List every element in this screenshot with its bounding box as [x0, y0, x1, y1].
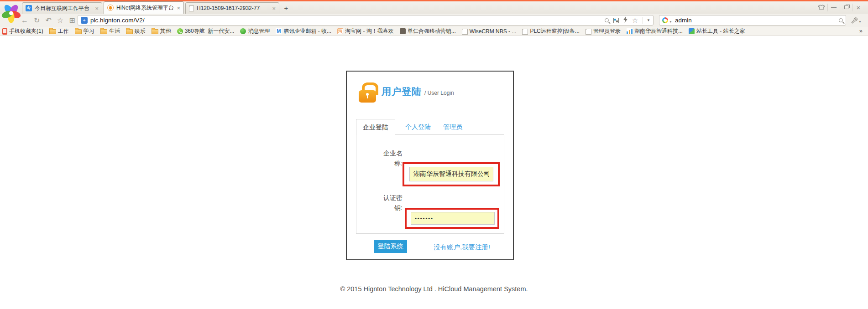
login-subtitle: / User Login	[424, 90, 454, 96]
restore-button[interactable]	[840, 4, 852, 11]
login-submit-button[interactable]: 登陆系统	[374, 240, 407, 253]
tab-personal-login[interactable]: 个人登陆	[403, 119, 433, 134]
browser-nav-bar: ← ↻ ↶ ☆ ⊞ + plc.hignton.com/V2/ ☆ ▼ ▼ ad…	[0, 14, 868, 27]
page-icon	[462, 29, 468, 35]
page-icon	[189, 5, 194, 11]
folder-icon	[49, 29, 56, 34]
taobao-icon: 淘	[337, 28, 343, 34]
auth-key-label: 认证密钥:	[381, 193, 403, 213]
tab-title: HiNet网络系统管理平台	[116, 4, 174, 12]
folder-icon	[100, 29, 107, 34]
bookmark-item[interactable]: 娱乐	[126, 27, 146, 35]
bookmark-item[interactable]: 其他	[152, 27, 171, 35]
close-button[interactable]: ×	[852, 4, 864, 11]
company-name-input[interactable]	[409, 167, 493, 181]
tab-close-icon[interactable]: ×	[272, 5, 276, 12]
url-text[interactable]: plc.hignton.com/V2/	[90, 17, 600, 24]
bookmark-item[interactable]: 工作	[49, 27, 69, 35]
theme-skin-icon[interactable]	[815, 4, 827, 11]
site-badge-icon: +	[81, 17, 88, 24]
bookmark-label: PLC远程监控|设备...	[530, 27, 579, 35]
bookmark-label: 管理员登录	[593, 27, 621, 35]
jin-icon: 今	[26, 5, 32, 11]
bookmark-item[interactable]: 湖南华辰智通科技...	[627, 27, 683, 35]
bookmark-item[interactable]: 360导航_新一代安...	[177, 27, 235, 35]
tool-icon	[689, 28, 695, 34]
search-engine-dropdown-icon[interactable]: ▼	[669, 20, 672, 23]
undo-icon[interactable]: ↶	[45, 17, 51, 24]
login-panel: 用户登陆 / User Login 企业登陆 个人登陆 管理员 企业名称: 认证…	[346, 71, 514, 260]
browser-tab[interactable]: 今今目标互联网工作平台×	[22, 2, 102, 14]
minimize-button[interactable]: —	[827, 4, 840, 11]
chart-icon	[627, 28, 633, 34]
highlight-box-key	[405, 208, 499, 229]
web-page: 用户登陆 / User Login 企业登陆 个人登陆 管理员 企业名称: 认证…	[0, 36, 868, 309]
tab-enterprise-login[interactable]: 企业登陆	[356, 119, 395, 135]
bookmark-item[interactable]: M腾讯企业邮箱 - 收...	[276, 27, 331, 35]
bookmark-item[interactable]: WiseCRM NBS - ...	[462, 28, 517, 35]
tab-title: H120-1509-1617-2932-77	[197, 5, 269, 11]
tab-close-icon[interactable]: ×	[95, 5, 99, 12]
page-icon	[586, 29, 591, 35]
lightning-icon[interactable]	[623, 16, 627, 25]
browser-tab[interactable]: HiNet网络系统管理平台×	[104, 1, 184, 14]
bookmark-label: 学习	[84, 27, 94, 35]
window-controls: — ×	[815, 3, 864, 11]
tab-close-icon[interactable]: ×	[177, 5, 180, 11]
login-title: 用户登陆	[382, 85, 422, 98]
folder-icon	[75, 29, 82, 34]
bookmark-label: 工作	[58, 27, 69, 35]
refresh-icon[interactable]: ↻	[34, 17, 40, 24]
search-engine-icon[interactable]	[662, 17, 668, 23]
bookmark-item[interactable]: 生活	[100, 27, 120, 35]
tab-admin-login[interactable]: 管理员	[441, 119, 465, 134]
browser-tab[interactable]: H120-1509-1617-2932-77×	[185, 2, 279, 14]
qr-code-icon[interactable]	[613, 18, 619, 23]
address-dropdown-icon[interactable]: ▼	[643, 17, 651, 24]
bookmark-label: 湖南华辰智通科技...	[634, 27, 683, 35]
phone-icon	[2, 28, 7, 35]
tab-strip: 今今目标互联网工作平台×HiNet网络系统管理平台×H120-1509-1617…	[22, 1, 281, 14]
bookmark-label: 手机收藏夹(1)	[9, 27, 43, 35]
folder-icon	[126, 29, 133, 34]
bookmark-item[interactable]: 站长工具 - 站长之家	[689, 27, 745, 35]
mail-icon: M	[276, 28, 282, 34]
lock-icon	[359, 82, 376, 103]
bookmark-label: 单仁合强移动营销...	[408, 27, 456, 35]
zoom-icon[interactable]	[605, 18, 609, 22]
page-icon	[522, 29, 528, 35]
register-link[interactable]: 没有账户,我要注册!	[434, 243, 490, 252]
search-input[interactable]: admin	[675, 17, 839, 24]
bookmark-label: 站长工具 - 站长之家	[696, 27, 745, 35]
bookmarks-overflow-chevron[interactable]: »	[858, 27, 864, 34]
address-bar[interactable]: + plc.hignton.com/V2/ ☆ ▼	[78, 15, 654, 26]
bookmark-label: 腾讯企业邮箱 - 收...	[283, 27, 331, 35]
bookmark-item[interactable]: 单仁合强移动营销...	[400, 27, 456, 35]
bookmark-star-icon[interactable]: ☆	[632, 16, 638, 25]
search-box[interactable]: ▼ admin	[659, 15, 846, 26]
favorites-star-icon[interactable]: ☆	[57, 17, 63, 24]
browser-logo[interactable]	[1, 2, 21, 23]
site-icon	[400, 28, 406, 34]
bookmark-label: 其他	[160, 27, 171, 35]
search-go-icon[interactable]	[839, 18, 843, 22]
restore-icon	[844, 5, 848, 9]
tab-title: 今目标互联网工作平台	[35, 5, 92, 12]
folder-icon	[152, 29, 158, 34]
bookmark-item[interactable]: 手机收藏夹(1)	[2, 27, 43, 35]
new-tab-button[interactable]: +	[279, 3, 293, 13]
bookmark-item[interactable]: 消息管理	[240, 27, 270, 35]
page-footer: © 2015 Hignton Technology Ltd . HiCloud …	[0, 285, 868, 293]
bookmark-item[interactable]: 学习	[75, 27, 94, 35]
back-icon[interactable]: ←	[21, 17, 28, 24]
company-name-label: 企业名称:	[381, 148, 403, 168]
bookmark-item[interactable]: PLC远程监控|设备...	[522, 27, 579, 35]
bookmark-label: 生活	[109, 27, 120, 35]
bookmark-item[interactable]: 淘淘宝网 - 淘！我喜欢	[337, 27, 394, 35]
bookmark-label: 淘宝网 - 淘！我喜欢	[345, 27, 394, 35]
auth-key-input[interactable]	[411, 212, 495, 225]
tools-wrench-icon[interactable]: ▼	[851, 17, 862, 24]
tools-dropdown-icon: ▼	[858, 20, 862, 23]
favorites-grid-icon[interactable]: ⊞	[69, 17, 75, 24]
bookmark-item[interactable]: 管理员登录	[586, 27, 621, 35]
